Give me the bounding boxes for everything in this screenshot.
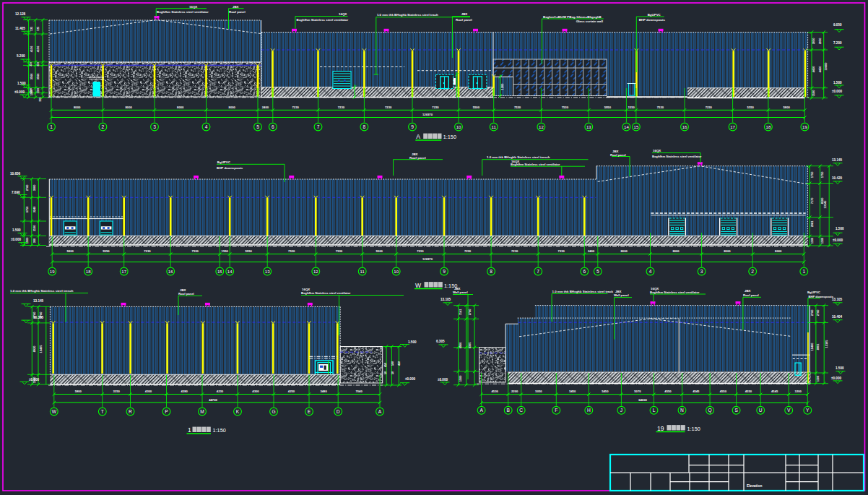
svg-text:Bxghfhm Stainless steel ventil: Bxghfhm Stainless steel ventilator — [650, 290, 700, 294]
svg-text:±0.000: ±0.000 — [438, 378, 448, 382]
svg-text:1.500: 1.500 — [833, 81, 842, 85]
svg-text:2200: 2200 — [511, 389, 518, 393]
svg-text:2760: 2760 — [25, 185, 29, 191]
svg-text:11.405: 11.405 — [15, 27, 25, 30]
svg-text:6900: 6900 — [459, 343, 462, 349]
svg-text:10.385: 10.385 — [33, 316, 43, 319]
svg-text:1750: 1750 — [820, 172, 824, 178]
svg-text:6: 6 — [583, 269, 586, 274]
svg-text:11: 11 — [360, 270, 365, 274]
svg-text:2760: 2760 — [816, 310, 820, 317]
svg-text:350: 350 — [30, 62, 32, 66]
svg-text:11: 11 — [492, 125, 497, 129]
svg-text:5: 5 — [256, 124, 259, 129]
svg-text:7530: 7530 — [657, 106, 664, 109]
svg-text:350: 350 — [37, 62, 40, 66]
svg-text:44700: 44700 — [209, 398, 217, 402]
svg-text:A: A — [479, 408, 483, 413]
svg-text:5: 5 — [596, 269, 599, 274]
svg-text:8: 8 — [490, 269, 492, 274]
svg-text:JBX: JBX — [615, 290, 622, 293]
svg-text:E: E — [308, 409, 311, 414]
svg-text:4545: 4545 — [771, 389, 778, 393]
svg-text:50: 50 — [391, 371, 394, 374]
svg-text:64000: 64000 — [638, 398, 647, 402]
svg-text:4156: 4156 — [30, 46, 33, 52]
svg-text:7230: 7230 — [417, 249, 424, 253]
svg-text:K: K — [236, 409, 240, 414]
svg-text:50: 50 — [384, 371, 387, 374]
svg-text:BgUPVC: BgUPVC — [217, 160, 231, 164]
svg-text:18: 18 — [86, 270, 91, 274]
svg-text:P: P — [165, 409, 168, 414]
svg-text:12: 12 — [539, 125, 544, 129]
svg-text:10.404: 10.404 — [832, 315, 842, 319]
svg-text:S: S — [734, 408, 738, 413]
svg-text:15: 15 — [217, 270, 222, 274]
svg-text:19: 19 — [50, 270, 55, 274]
svg-text:Y: Y — [806, 408, 810, 413]
svg-text:16QX: 16QX — [189, 5, 197, 9]
svg-text:7530: 7530 — [514, 106, 521, 109]
svg-text:8000: 8000 — [724, 249, 731, 253]
svg-text:13.105: 13.105 — [832, 298, 842, 301]
svg-text:13105: 13105 — [825, 340, 828, 348]
svg-text:1:150: 1:150 — [443, 134, 456, 140]
svg-text:JBX: JBX — [745, 289, 751, 293]
svg-text:2400: 2400 — [588, 249, 595, 253]
svg-text:±0.000: ±0.000 — [832, 90, 842, 93]
svg-text:300: 300 — [32, 238, 36, 244]
svg-text:JBX: JBX — [461, 12, 468, 16]
svg-text:16QX: 16QX — [651, 287, 659, 290]
svg-text:BHP downspouts: BHP downspouts — [217, 166, 243, 170]
svg-text:4: 4 — [649, 269, 652, 274]
svg-text:1500: 1500 — [30, 88, 32, 94]
svg-text:7230: 7230 — [292, 106, 299, 109]
svg-text:Q: Q — [708, 408, 712, 413]
svg-text:3200: 3200 — [795, 389, 802, 393]
svg-text:7.200: 7.200 — [833, 41, 842, 45]
svg-text:N: N — [680, 408, 684, 413]
svg-text:13145: 13145 — [823, 200, 827, 209]
svg-text:6305: 6305 — [468, 342, 472, 348]
svg-text:15: 15 — [634, 125, 639, 129]
svg-text:Bxghfhm Stainless steel ventil: Bxghfhm Stainless steel ventilator — [297, 18, 349, 22]
svg-text:10: 10 — [456, 125, 461, 129]
svg-text:126970: 126970 — [422, 257, 433, 261]
svg-text:Roof panel: Roof panel — [743, 293, 759, 297]
svg-text:BxghmC+BhfW PBxg-12mm+BhgxghB: BxghmC+BhfW PBxg-12mm+BhgxghB — [543, 15, 602, 19]
svg-text:2760: 2760 — [468, 309, 472, 316]
svg-text:3566: 3566 — [30, 73, 33, 79]
svg-text:5500: 5500 — [376, 249, 383, 253]
svg-text:7230: 7230 — [144, 249, 151, 253]
svg-text:±0.000: ±0.000 — [833, 238, 843, 242]
svg-text:1:150: 1:150 — [687, 426, 700, 432]
svg-text:8000: 8000 — [126, 106, 133, 109]
svg-text:4536: 4536 — [491, 389, 498, 393]
svg-text:BHP downspouts: BHP downspouts — [808, 295, 833, 298]
svg-text:Roof panel: Roof panel — [229, 10, 246, 14]
svg-text:725: 725 — [36, 26, 40, 31]
svg-text:Bxghfhm Stainless steel ventil: Bxghfhm Stainless steel ventilator — [652, 155, 702, 158]
svg-text:450: 450 — [398, 361, 401, 366]
svg-text:1100: 1100 — [810, 238, 814, 244]
svg-text:1.500: 1.500 — [17, 82, 26, 85]
svg-text:1.500: 1.500 — [408, 340, 417, 344]
svg-text:J: J — [620, 408, 622, 413]
svg-text:17: 17 — [730, 125, 735, 129]
svg-text:5450: 5450 — [569, 389, 576, 393]
svg-text:17: 17 — [121, 270, 126, 274]
svg-text:±0.000: ±0.000 — [831, 376, 841, 380]
svg-text:1: 1 — [188, 426, 191, 434]
svg-text:13.145: 13.145 — [33, 299, 43, 303]
svg-text:1: 1 — [50, 124, 53, 129]
svg-text:5550: 5550 — [747, 106, 755, 109]
svg-text:5800: 5800 — [75, 389, 82, 393]
svg-text:10.420: 10.420 — [832, 176, 842, 180]
svg-text:1100: 1100 — [820, 238, 824, 244]
svg-text:1750: 1750 — [810, 172, 814, 178]
svg-text:8000: 8000 — [620, 249, 628, 253]
svg-text:5550: 5550 — [103, 249, 110, 253]
svg-text:7: 7 — [317, 124, 320, 129]
svg-text:8000: 8000 — [74, 106, 81, 109]
